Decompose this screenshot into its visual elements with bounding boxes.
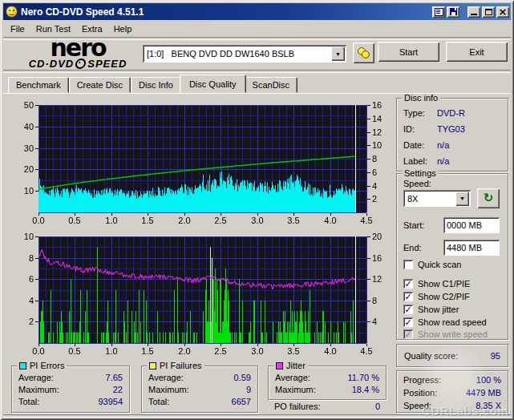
disc-icon: [75, 59, 87, 69]
titlebar: Nero CD-DVD Speed 4.51.1 ×: [3, 3, 511, 20]
stat-row: Average:7.65: [18, 372, 123, 384]
menu-file[interactable]: File: [5, 22, 30, 35]
maximize-icon: [485, 9, 492, 15]
tab-benchmark[interactable]: Benchmark: [8, 77, 69, 93]
pi-errors-caption: PI Errors: [17, 361, 67, 370]
po-failures-value: 0: [375, 401, 380, 413]
stat-row: Maximum:22: [18, 384, 123, 396]
quality-score-box: Quality score: 95: [396, 344, 508, 367]
show-c1-pie-checkbox[interactable]: Show C1/PIE: [403, 278, 470, 289]
tab-disc-quality[interactable]: Disc Quality: [180, 75, 246, 93]
show-read-speed-checkbox[interactable]: Show read speed: [403, 317, 487, 328]
start-button[interactable]: Start: [378, 42, 439, 62]
copy-icon: [435, 8, 443, 16]
maximize-button[interactable]: [482, 6, 495, 18]
disc-date-row: Date:n/a: [403, 137, 501, 153]
logo-sub-left: CD·DVD: [29, 58, 75, 70]
disc-type-row: Type:DVD-R: [403, 105, 501, 121]
start-mb-label: Start:: [403, 220, 424, 230]
minimize-icon: [471, 14, 477, 15]
titlebar-buttons: ×: [432, 6, 509, 18]
start-mb-field[interactable]: 0000 MB: [443, 217, 500, 233]
status-bar: [3, 414, 511, 418]
tab-create-disc[interactable]: Create Disc: [69, 77, 131, 93]
nero-logo-text: nero: [10, 38, 146, 58]
progress-value: 100 %: [476, 374, 501, 386]
disc-type-value: DVD-R: [437, 105, 465, 121]
window-title: Nero CD-DVD Speed 4.51.1: [21, 6, 432, 18]
eject-disc-button[interactable]: [353, 42, 374, 63]
tab-scandisc[interactable]: ScanDisc: [245, 77, 297, 93]
progress-row: Progress:100 %: [403, 374, 501, 386]
refresh-button[interactable]: ↻: [477, 188, 500, 208]
tab-strip: Benchmark Create Disc Disc Info Disc Qua…: [8, 76, 297, 93]
show-jitter-checkbox[interactable]: Show jitter: [403, 304, 459, 315]
speed-value: 8.35 X: [476, 399, 501, 412]
checkbox-icon[interactable]: [403, 260, 413, 269]
end-mb-label: End:: [403, 243, 422, 252]
pi-errors-chart: [6, 96, 390, 226]
show-c2-pif-checkbox[interactable]: Show C2/PIF: [403, 291, 470, 302]
close-icon: ×: [499, 8, 508, 16]
speed-select[interactable]: 8X ▼: [403, 190, 471, 207]
end-mb-field[interactable]: 4480 MB: [443, 240, 500, 256]
settings-group: Settings Speed: 8X ▼ ↻ Start: 0000 MB En…: [396, 173, 508, 340]
position-row: Position:4479 MB: [403, 386, 501, 399]
checkbox-icon[interactable]: [403, 292, 413, 301]
pif-jitter-chart: [6, 230, 390, 355]
save-icon: [450, 8, 457, 15]
chevron-down-icon[interactable]: ▼: [331, 46, 345, 61]
stat-row: Maximum:18.4 %: [275, 384, 379, 396]
jitter-stats-box: Jitter Average:11.70 % Maximum:18.4 %: [268, 365, 387, 400]
minimize-button[interactable]: [467, 6, 480, 18]
disc-label-row: Label:n/a: [403, 153, 501, 169]
checkbox-icon: [403, 329, 413, 339]
quality-score-value: 95: [491, 351, 500, 361]
quality-score-label: Quality score:: [404, 351, 458, 361]
settings-caption: Settings: [402, 168, 439, 178]
speed-label: Speed:: [403, 179, 431, 188]
quick-scan-checkbox[interactable]: Quick scan: [403, 259, 461, 270]
checkbox-icon[interactable]: [403, 305, 413, 314]
exit-button[interactable]: Exit: [446, 42, 508, 62]
clipboard-button[interactable]: [432, 6, 445, 18]
checkbox-icon[interactable]: [403, 279, 413, 289]
chevron-down-icon[interactable]: ▼: [455, 192, 469, 206]
stat-row: Maximum:9: [148, 384, 251, 396]
pi-errors-stats-box: PI Errors Average:7.65 Maximum:22 Total:…: [11, 365, 130, 413]
pi-failures-stats-box: PI Failures Average:0.59 Maximum:9 Total…: [141, 365, 258, 413]
stat-row: Average:0.59: [148, 372, 251, 384]
disc-info-group: Disc info Type:DVD-R ID:TYG03 Date:n/a L…: [396, 98, 508, 172]
menu-help[interactable]: Help: [108, 22, 138, 35]
po-failures-label: PO failures:: [274, 401, 320, 413]
jitter-caption: Jitter: [273, 361, 308, 370]
end-mb-value: 4480 MB: [447, 243, 482, 252]
close-button[interactable]: ×: [496, 6, 509, 18]
jitter-swatch: [276, 362, 283, 370]
pi-errors-swatch: [19, 362, 26, 370]
speed-row: Speed:8.35 X: [403, 399, 501, 412]
start-mb-value: 0000 MB: [447, 220, 482, 230]
divider: [3, 70, 511, 73]
checkbox-icon[interactable]: [403, 317, 413, 327]
disc-date-value: n/a: [437, 137, 449, 153]
tab-disc-info[interactable]: Disc Info: [131, 77, 181, 93]
discs-icon: [358, 47, 370, 59]
nero-logo: nero CD·DVD SPEED: [10, 38, 146, 70]
pi-failures-swatch: [149, 362, 156, 370]
nero-logo-subtext: CD·DVD SPEED: [10, 58, 146, 70]
stat-row: Average:11.70 %: [275, 372, 379, 384]
position-value: 4479 MB: [466, 386, 501, 399]
progress-box: Progress:100 % Position:4479 MB Speed:8.…: [396, 370, 508, 413]
app-window: Nero CD-DVD Speed 4.51.1 × File Run Test…: [0, 0, 514, 420]
disc-info-caption: Disc info: [402, 93, 440, 103]
disc-id-value: TYG03: [437, 121, 465, 137]
logo-sub-right: SPEED: [87, 58, 127, 70]
tab-page-edge: [3, 93, 511, 94]
po-failures-row: PO failures: 0: [268, 401, 387, 413]
app-icon: [6, 6, 18, 18]
drive-select-value: [1:0] BENQ DVD DD DW1640 BSLB: [143, 49, 331, 59]
drive-select[interactable]: [1:0] BENQ DVD DD DW1640 BSLB ▼: [143, 45, 346, 63]
save-button[interactable]: [447, 6, 459, 18]
disc-id-row: ID:TYG03: [403, 121, 501, 137]
